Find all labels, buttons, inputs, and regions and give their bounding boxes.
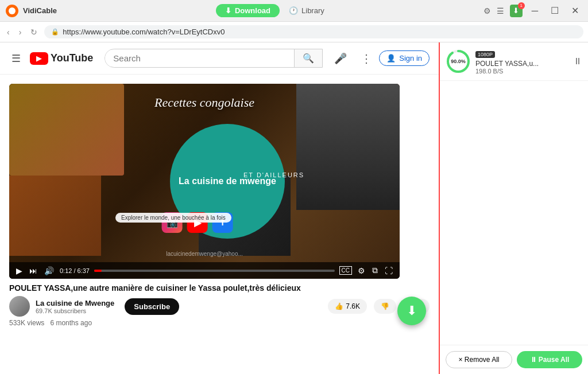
sign-in-button[interactable]: 👤 Sign in xyxy=(379,50,430,66)
settings-icon: ⚙ xyxy=(483,6,491,15)
quality-badge: 1080P xyxy=(475,51,495,58)
channel-avatar xyxy=(9,296,30,317)
search-bar[interactable]: 🔍 xyxy=(105,49,323,68)
download-fab[interactable]: ⬇ xyxy=(397,297,426,325)
like-button[interactable]: 👍 7.6K xyxy=(328,299,367,314)
person-image xyxy=(296,84,400,210)
menu-icon: ☰ xyxy=(497,6,504,15)
item-title: POULET YASSA,u... xyxy=(475,60,568,68)
youtube-logo: ▶ YouTube xyxy=(30,52,93,65)
video-time: 0:12 / 6:37 xyxy=(60,267,90,274)
minimize-button[interactable]: ─ xyxy=(528,5,541,17)
panel-footer: × Remove All ⏸ Pause All xyxy=(440,345,588,374)
title-bar-center: ⬇ Download 🕐 Library xyxy=(216,4,324,17)
item-pause-button[interactable]: ⏸ xyxy=(573,56,582,67)
more-options-button[interactable]: ⋮ xyxy=(361,52,372,65)
et-dailleurs-text: ET D'AILLEURS xyxy=(243,172,304,178)
subscribe-button[interactable]: Subscribe xyxy=(125,298,179,315)
back-button[interactable]: ‹ xyxy=(5,26,12,38)
lock-icon: 🔒 xyxy=(51,28,59,36)
clock-icon: 🕐 xyxy=(289,6,298,15)
time-ago: 6 months ago xyxy=(50,319,92,327)
refresh-button[interactable]: ↻ xyxy=(28,26,40,38)
hamburger-menu[interactable]: ☰ xyxy=(9,50,23,67)
app-logo xyxy=(6,5,18,17)
download-button[interactable]: ⬇ Download xyxy=(216,4,280,17)
mic-button[interactable]: 🎤 xyxy=(334,52,347,65)
main-layout: ☰ ▶ YouTube 🔍 🎤 ⋮ 👤 Sign in xyxy=(0,42,588,374)
person-icon: 👤 xyxy=(386,54,396,63)
channel-info: La cuisine de Mwenge 69.7K subscribers xyxy=(36,299,114,314)
volume-button[interactable]: 🔊 xyxy=(43,265,55,276)
video-info: POULET YASSA,une autre manière de cuisin… xyxy=(9,279,430,332)
item-speed: 198.0 B/S xyxy=(475,68,568,75)
progress-circle: 90.0% xyxy=(446,49,471,74)
fullscreen-button[interactable]: ⛶ xyxy=(384,265,394,276)
ext-badge: 1 xyxy=(518,2,525,9)
next-button[interactable]: ⏭ xyxy=(28,265,38,276)
food-image-bottom xyxy=(9,176,101,256)
url-bar[interactable]: 🔒 https://www.youtube.com/watch?v=LDrEyt… xyxy=(44,25,583,38)
title-bar: VidiCable ⬇ Download 🕐 Library ⚙ ☰ ⬇ 1 ─… xyxy=(0,0,588,22)
title-bar-left: VidiCable xyxy=(6,5,57,17)
video-title-text: POULET YASSA,une autre manière de cuisin… xyxy=(9,283,430,293)
video-controls: ▶ ⏭ 🔊 0:12 / 6:37 CC ⚙ ⧉ ⛶ xyxy=(9,262,400,279)
close-button[interactable]: ✕ xyxy=(568,4,582,17)
pause-all-button[interactable]: ⏸ Pause All xyxy=(517,351,582,368)
search-button[interactable]: 🔍 xyxy=(294,49,322,67)
channel-name: La cuisine de Mwenge xyxy=(36,299,114,307)
download-panel: 90.0% 1080P POULET YASSA,u... 198.0 B/S … xyxy=(439,42,588,374)
forward-button[interactable]: › xyxy=(17,26,24,38)
views-row: 533K views 6 months ago xyxy=(9,319,430,327)
remove-all-button[interactable]: × Remove All xyxy=(446,351,512,368)
food-image-top xyxy=(9,84,124,176)
address-bar: ‹ › ↻ 🔒 https://www.youtube.com/watch?v=… xyxy=(0,22,588,42)
thumbs-down-icon: 👎 xyxy=(381,302,389,310)
youtube-logo-text: YouTube xyxy=(51,52,93,64)
progress-fill xyxy=(94,270,102,272)
miniplayer-button[interactable]: ⧉ xyxy=(371,264,379,276)
title-bar-right: ⚙ ☰ ⬇ 1 ─ ☐ ✕ xyxy=(483,4,582,17)
search-input[interactable] xyxy=(105,50,294,67)
youtube-header: ☰ ▶ YouTube 🔍 🎤 ⋮ 👤 Sign in xyxy=(0,42,439,75)
maximize-button[interactable]: ☐ xyxy=(547,4,562,17)
dislike-button[interactable]: 👎 xyxy=(374,299,396,314)
youtube-logo-icon: ▶ xyxy=(30,52,48,65)
download-fab-icon: ⬇ xyxy=(407,303,417,318)
progress-bar[interactable] xyxy=(94,270,335,272)
video-section: Recettes congolaise La cuisine de mwenge… xyxy=(0,75,439,341)
video-title-overlay: Recettes congolaise xyxy=(154,95,254,110)
library-button[interactable]: 🕐 Library xyxy=(289,6,324,15)
channel-subscribers: 69.7K subscribers xyxy=(36,307,114,314)
download-icon: ⬇ xyxy=(225,6,231,15)
download-item-info: 1080P POULET YASSA,u... 198.0 B/S xyxy=(475,48,568,75)
views-count: 533K views xyxy=(9,319,44,327)
cc-button[interactable]: CC xyxy=(339,266,352,275)
channel-row: La cuisine de Mwenge 69.7K subscribers S… xyxy=(9,296,430,317)
thumbs-up-icon: 👍 xyxy=(335,302,343,310)
video-player[interactable]: Recettes congolaise La cuisine de mwenge… xyxy=(9,84,400,279)
app-name: VidiCable xyxy=(23,6,57,15)
extension-icon: ⬇ 1 xyxy=(510,5,523,17)
email-watermark: lacuicinedemwenge@yahoo... xyxy=(166,251,243,257)
download-item: 90.0% 1080P POULET YASSA,u... 198.0 B/S … xyxy=(440,42,588,81)
play-button[interactable]: ▶ xyxy=(15,265,24,276)
explore-badge: Explorer le monde, une bouchée à la fois xyxy=(115,213,231,223)
progress-percent: 90.0% xyxy=(446,49,471,74)
youtube-content: ☰ ▶ YouTube 🔍 🎤 ⋮ 👤 Sign in xyxy=(0,42,439,374)
url-text: https://www.youtube.com/watch?v=LDrEytCD… xyxy=(63,28,577,36)
settings-video-button[interactable]: ⚙ xyxy=(357,265,366,276)
app-logo-inner xyxy=(9,7,16,14)
video-thumbnail: Recettes congolaise La cuisine de mwenge… xyxy=(9,84,400,279)
panel-spacer xyxy=(440,81,588,345)
